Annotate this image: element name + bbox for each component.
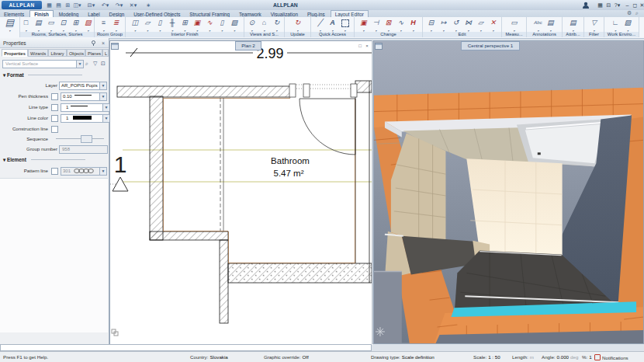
ruler-icon[interactable]: ▭ xyxy=(508,18,520,31)
sequence-slider-track[interactable] xyxy=(56,138,104,139)
pattern-line-field[interactable]: 301 ▼ xyxy=(61,167,107,176)
surface-icon[interactable]: ▭ xyxy=(45,18,57,31)
surface-type-selector[interactable]: Vertical Surface▼ xyxy=(2,60,84,68)
panel-tab-planes[interactable]: Planes xyxy=(85,49,102,57)
edit-element-icon[interactable]: ▣ xyxy=(358,18,369,31)
strip-finish-icon[interactable]: ▯ xyxy=(216,18,228,31)
apply-small-icon[interactable]: ⊡ xyxy=(101,61,106,67)
mirror-icon[interactable]: ⋈ xyxy=(462,18,474,31)
perspective-view-tab[interactable]: Central perspective 1 xyxy=(461,41,520,50)
rotate-icon[interactable]: ↺ xyxy=(450,18,462,31)
construction-line-checkbox[interactable] xyxy=(51,126,58,133)
perspective-viewport[interactable] xyxy=(373,40,644,344)
panel-tab-properties[interactable]: Properties xyxy=(2,49,28,57)
panel-close-icon[interactable]: × xyxy=(102,38,105,48)
plan-drawing[interactable]: 2.99 xyxy=(110,41,372,345)
dialog-line-input[interactable] xyxy=(0,344,372,351)
status-scale[interactable]: Scale:1 : 50 xyxy=(473,354,500,360)
pen-thickness-checkbox[interactable] xyxy=(51,93,58,100)
copy-change-icon[interactable]: ⊠ xyxy=(383,18,394,31)
eye-icon[interactable]: ⊙ xyxy=(246,18,258,31)
copy-room-icon[interactable]: ⊞ xyxy=(70,18,81,31)
room-group-icon[interactable]: ≡ xyxy=(98,18,109,31)
help-icon[interactable]: ?▾ xyxy=(613,2,621,9)
layout-icon[interactable]: ▦ xyxy=(596,2,604,9)
task-board-icon[interactable]: ▤ xyxy=(3,18,17,31)
perspective-render[interactable] xyxy=(374,41,643,343)
tilt-finish-icon[interactable]: ▨ xyxy=(229,18,241,31)
filter-icon[interactable]: ▽ xyxy=(588,18,600,31)
filter-small-icon[interactable]: ▽ xyxy=(93,61,97,67)
trim-icon[interactable]: ⊣ xyxy=(370,18,382,31)
cart-icon[interactable]: ⊟ xyxy=(604,2,613,9)
undo-icon[interactable]: ↶▾ xyxy=(101,2,109,9)
edit-finish-icon[interactable]: ▣ xyxy=(192,18,203,31)
plan-view-tab[interactable]: Plan 2 xyxy=(235,41,261,50)
panel-tab-wizards[interactable]: Wizards xyxy=(28,49,48,57)
section-format[interactable]: ▾ Format xyxy=(3,72,82,78)
finish-surface-icon[interactable]: ◫ xyxy=(130,18,141,31)
column-finish-icon[interactable]: ▯ xyxy=(154,18,166,31)
redo-icon[interactable]: ↷▾ xyxy=(115,2,123,9)
abc-icon[interactable]: Abc xyxy=(532,18,544,31)
room-icon[interactable]: □ xyxy=(20,18,32,31)
line-icon[interactable]: ╱ xyxy=(314,18,326,31)
copy-icon[interactable]: ⊟ xyxy=(425,18,437,31)
text-icon[interactable]: A xyxy=(327,18,338,31)
plan-window-icon[interactable] xyxy=(111,43,119,50)
status-graphic-override[interactable]: Graphic override:Off xyxy=(264,354,309,360)
move-icon[interactable]: ↦ xyxy=(438,18,449,31)
curve-icon[interactable]: ∿ xyxy=(395,18,407,31)
status-drawing-type[interactable]: Drawing type:Scale definition xyxy=(371,354,435,360)
plan-close-icon[interactable]: × xyxy=(364,43,370,49)
plan-restore-icon[interactable]: □ xyxy=(357,43,363,49)
modify-room-icon[interactable]: ⊡ xyxy=(57,18,69,31)
axes-icon[interactable]: ∟ xyxy=(610,18,621,31)
storey-icon[interactable]: ▤ xyxy=(33,18,44,31)
allplan-app-button[interactable]: ALLPLAN xyxy=(2,1,42,9)
plan-viewport[interactable]: 2.99 xyxy=(109,40,372,344)
grid-finish-icon[interactable]: ⊞ xyxy=(179,18,191,31)
screen-icon[interactable]: ▨ xyxy=(622,18,634,31)
search-icon[interactable]: ⌕ xyxy=(635,10,639,16)
status-notifications[interactable]: Notifications xyxy=(594,354,628,360)
status-angle[interactable]: Angle:0.000deg xyxy=(542,354,578,360)
double-column-icon[interactable]: ╫ xyxy=(167,18,178,31)
line-color-field[interactable]: 1 ▼ xyxy=(61,114,110,123)
line-type-field[interactable]: 1▼ xyxy=(61,103,110,112)
annotate-room-icon[interactable]: ▨ xyxy=(82,18,94,31)
project-icon[interactable]: ▦ xyxy=(45,2,54,9)
note-icon[interactable]: ▤ xyxy=(545,18,556,31)
pattern-line-checkbox[interactable] xyxy=(51,168,58,175)
status-country[interactable]: Country:Slovakia xyxy=(190,354,228,360)
user-icon[interactable] xyxy=(582,2,590,9)
print-icon[interactable]: ⊟▾ xyxy=(87,2,95,9)
delete-icon[interactable]: ✕ xyxy=(487,18,499,31)
panel-tab-objects[interactable]: Objects xyxy=(67,49,85,57)
sequence-slider-handle[interactable] xyxy=(81,135,92,143)
line-type-checkbox[interactable] xyxy=(51,104,58,111)
update-icon[interactable]: ↻ xyxy=(292,18,303,31)
house-view-icon[interactable]: ⌂ xyxy=(258,18,270,31)
status-percent[interactable]: %:1 xyxy=(582,354,592,360)
resize-icon[interactable]: ▱ xyxy=(475,18,486,31)
window-edit-icon[interactable]: ◫▾ xyxy=(73,2,81,9)
close-icon[interactable]: ✕ xyxy=(638,2,644,9)
pin-icon[interactable] xyxy=(91,40,96,46)
settings-gear-icon[interactable]: ⚙ xyxy=(627,10,632,16)
offset-icon[interactable]: H xyxy=(407,18,419,31)
status-length[interactable]: Length:m xyxy=(512,354,534,360)
search-small-icon[interactable]: ⌕ xyxy=(85,61,88,67)
save-icon[interactable]: ⊞ xyxy=(64,2,72,9)
room-group-edit-icon[interactable]: ≣ xyxy=(110,18,122,31)
attributes-icon[interactable]: ▤ xyxy=(567,18,579,31)
tools-icon[interactable]: ✕▾ xyxy=(129,2,137,9)
section-element[interactable]: ▾ Element xyxy=(3,157,85,163)
wall-surface-icon[interactable]: ▱ xyxy=(142,18,154,31)
panel-tab-library[interactable]: Library xyxy=(48,49,67,57)
delete-finish-icon[interactable]: ∿ xyxy=(204,18,216,31)
pen-thickness-field[interactable]: 0.10▼ xyxy=(61,92,107,101)
chevron-down-icon[interactable]: ▼ xyxy=(76,61,83,68)
list-icon[interactable]: ▤ xyxy=(54,2,63,9)
line-color-checkbox[interactable] xyxy=(51,115,58,122)
